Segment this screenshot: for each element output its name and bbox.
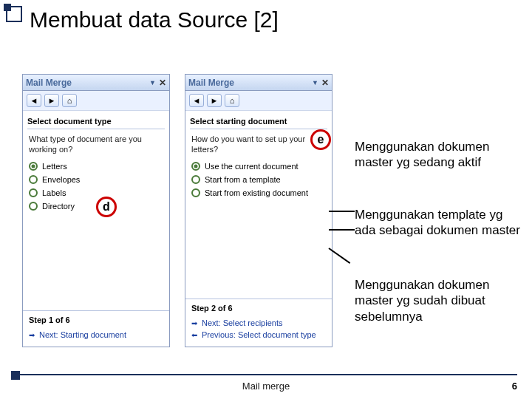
nav-forward-icon[interactable]: ► bbox=[44, 94, 59, 107]
nav-back-icon[interactable]: ◄ bbox=[27, 94, 41, 107]
radio-icon bbox=[29, 202, 38, 211]
option-labels[interactable]: Labels bbox=[27, 186, 165, 200]
radio-icon bbox=[29, 175, 38, 184]
callout-e: e bbox=[310, 129, 331, 150]
arrow-icon: ➡ bbox=[191, 319, 197, 327]
pane-header-2: Mail Merge ▼ ✕ bbox=[185, 75, 332, 91]
option-current-doc[interactable]: Use the current document bbox=[190, 160, 327, 173]
arrow-icon: ⬅ bbox=[191, 331, 197, 339]
nav-home-icon[interactable]: ⌂ bbox=[225, 94, 239, 107]
question-text-1: What type of document are you working on… bbox=[23, 134, 169, 160]
annotation-existing: Menggunakan dokumen master yg sudah dibu… bbox=[355, 277, 525, 324]
pane-title-1: Mail Merge bbox=[26, 78, 149, 88]
option-template[interactable]: Start from a template bbox=[190, 173, 327, 186]
divider bbox=[27, 129, 165, 129]
footer-rule bbox=[15, 374, 517, 375]
page-title: Membuat data Source [2] bbox=[30, 7, 532, 33]
radio-icon bbox=[191, 175, 200, 184]
prev-link-2[interactable]: ⬅Previous: Select document type bbox=[191, 329, 326, 341]
pane-header-1: Mail Merge ▼ ✕ bbox=[23, 75, 169, 91]
dropdown-icon[interactable]: ▼ bbox=[149, 79, 156, 86]
starting-doc-options: Use the current document Start from a te… bbox=[185, 160, 332, 200]
annotation-current-doc: Menggunakan dokumen master yg sedang akt… bbox=[355, 139, 525, 171]
radio-icon bbox=[191, 162, 200, 171]
pane-footer-2: Step 2 of 6 ➡Next: Select recipients ⬅Pr… bbox=[185, 299, 332, 347]
footer-decor-square bbox=[11, 371, 20, 380]
connector-line bbox=[329, 211, 355, 212]
annotation-template: Menggunakan template yg ada sebagai doku… bbox=[355, 207, 525, 239]
nav-home-icon[interactable]: ⌂ bbox=[62, 94, 77, 107]
option-envelopes[interactable]: Envelopes bbox=[27, 173, 165, 186]
close-icon[interactable]: ✕ bbox=[159, 78, 166, 88]
next-link-1[interactable]: ➡Next: Starting document bbox=[29, 329, 163, 341]
connector-line bbox=[329, 229, 355, 231]
close-icon[interactable]: ✕ bbox=[321, 78, 329, 88]
pane-nav-1: ◄ ► ⌂ bbox=[23, 91, 169, 111]
option-existing-doc[interactable]: Start from existing document bbox=[190, 186, 327, 200]
section-doc-type: Select document type bbox=[23, 111, 169, 129]
step-2-label: Step 2 of 6 bbox=[191, 304, 326, 313]
callout-d: d bbox=[96, 197, 117, 217]
divider bbox=[190, 129, 327, 129]
pane-title-2: Mail Merge bbox=[188, 78, 312, 88]
radio-icon bbox=[29, 162, 38, 171]
pane-footer-1: Step 1 of 6 ➡Next: Starting document bbox=[23, 310, 169, 347]
radio-icon bbox=[191, 188, 200, 197]
pane-nav-2: ◄ ► ⌂ bbox=[185, 91, 332, 111]
task-pane-step2: Mail Merge ▼ ✕ ◄ ► ⌂ Select starting doc… bbox=[185, 74, 332, 347]
title-decor bbox=[6, 6, 30, 22]
footer-label: Mail merge bbox=[0, 381, 532, 392]
nav-back-icon[interactable]: ◄ bbox=[189, 94, 204, 107]
next-link-2[interactable]: ➡Next: Select recipients bbox=[191, 317, 326, 329]
section-starting-doc: Select starting document bbox=[185, 111, 332, 129]
decor-square-inner bbox=[4, 4, 11, 11]
nav-forward-icon[interactable]: ► bbox=[207, 94, 222, 107]
radio-icon bbox=[29, 188, 38, 197]
arrow-icon: ➡ bbox=[29, 331, 35, 339]
page-number: 6 bbox=[512, 381, 517, 392]
decor-square-outer bbox=[6, 6, 22, 22]
step-1-label: Step 1 of 6 bbox=[29, 316, 163, 324]
dropdown-icon[interactable]: ▼ bbox=[312, 79, 318, 86]
option-letters[interactable]: Letters bbox=[27, 160, 165, 173]
